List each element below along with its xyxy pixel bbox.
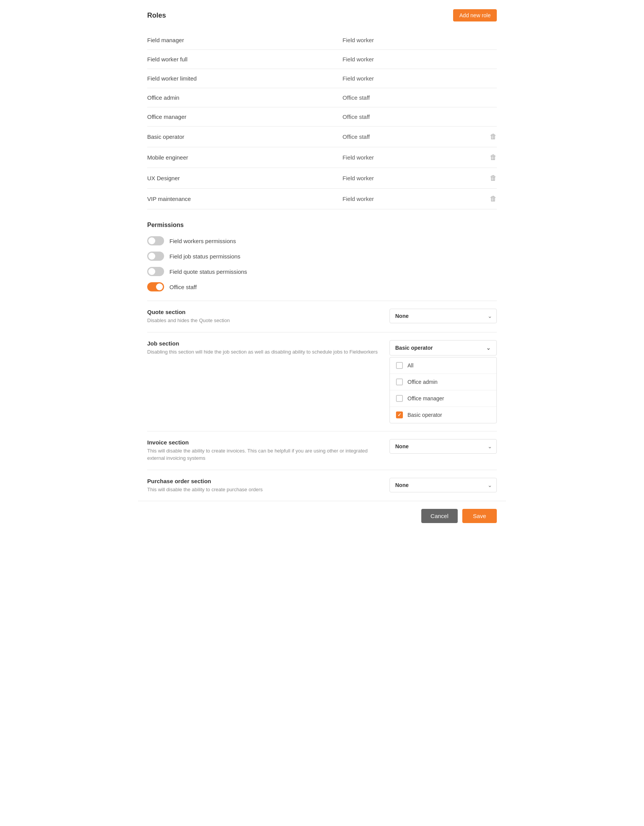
permission-row: Office staff: [147, 282, 497, 291]
dropdown-item[interactable]: Office admin: [390, 374, 496, 390]
role-delete-cell: [462, 107, 497, 127]
table-row: Field manager Field worker: [147, 31, 497, 50]
dropdown-checkbox[interactable]: [396, 411, 403, 418]
permission-label: Field job status permissions: [169, 253, 240, 260]
chevron-down-icon: ⌄: [486, 344, 491, 351]
permission-label: Office staff: [169, 284, 197, 290]
section-title: Purchase order section: [147, 478, 380, 484]
toggle-slider: [147, 282, 164, 291]
toggle-slider: [147, 267, 164, 276]
footer: Cancel Save: [138, 501, 506, 531]
role-name: Office admin: [147, 88, 340, 107]
dropdown-item-label: All: [407, 362, 414, 369]
dropdown-select[interactable]: None: [389, 309, 497, 323]
section-row: Quote section Disables and hides the Quo…: [147, 301, 497, 332]
dropdown-checkbox[interactable]: [396, 378, 403, 385]
table-row: Basic operator Office staff 🗑: [147, 127, 497, 147]
role-delete-cell: [462, 69, 497, 88]
dropdown-checkbox[interactable]: [396, 362, 403, 369]
dropdown-item-label: Basic operator: [407, 412, 442, 418]
dropdown-select[interactable]: None: [389, 478, 497, 492]
permissions-section: Permissions Field workers permissions Fi…: [147, 222, 497, 291]
role-delete-cell[interactable]: 🗑: [462, 168, 497, 189]
table-row: Field worker limited Field worker: [147, 69, 497, 88]
section-dropdown: None ⌄: [389, 309, 497, 323]
section-info: Job section Disabling this section will …: [147, 340, 380, 356]
section-row: Purchase order section This will disable…: [147, 470, 497, 501]
dropdown-item-label: Office manager: [407, 395, 444, 401]
section-dropdown: None ⌄: [389, 439, 497, 454]
role-name: Basic operator: [147, 127, 340, 147]
role-type: Field worker: [340, 168, 462, 189]
role-name: VIP maintenance: [147, 189, 340, 209]
delete-icon[interactable]: 🗑: [490, 174, 497, 182]
section-info: Purchase order section This will disable…: [147, 478, 380, 494]
role-name: Field worker full: [147, 50, 340, 69]
section-info: Quote section Disables and hides the Quo…: [147, 309, 380, 324]
dropdown-checkbox[interactable]: [396, 395, 403, 402]
role-delete-cell: [462, 50, 497, 69]
dropdown-item-label: Office admin: [407, 379, 437, 385]
role-type: Field worker: [340, 31, 462, 50]
section-desc: Disables and hides the Quote section: [147, 317, 380, 324]
dropdown-selected-value: Basic operator: [395, 345, 433, 351]
permission-toggle[interactable]: [147, 267, 164, 276]
permission-toggle[interactable]: [147, 282, 164, 291]
role-type: Field worker: [340, 147, 462, 168]
role-type: Field worker: [340, 189, 462, 209]
role-name: Field manager: [147, 31, 340, 50]
permission-row: Field quote status permissions: [147, 267, 497, 276]
table-row: VIP maintenance Field worker 🗑: [147, 189, 497, 209]
toggle-slider: [147, 252, 164, 261]
table-row: Mobile engineer Field worker 🗑: [147, 147, 497, 168]
role-name: Field worker limited: [147, 69, 340, 88]
role-delete-cell[interactable]: 🗑: [462, 147, 497, 168]
table-row: UX Designer Field worker 🗑: [147, 168, 497, 189]
section-desc: This will disable the ability to create …: [147, 486, 380, 494]
delete-icon[interactable]: 🗑: [490, 133, 497, 140]
role-type: Office staff: [340, 107, 462, 127]
table-row: Office manager Office staff: [147, 107, 497, 127]
role-delete-cell[interactable]: 🗑: [462, 127, 497, 147]
permission-toggle[interactable]: [147, 236, 164, 245]
section-rows: Quote section Disables and hides the Quo…: [147, 301, 497, 501]
section-dropdown: None ⌄: [389, 478, 497, 492]
dropdown-select[interactable]: None: [389, 439, 497, 454]
section-row: Invoice section This will disable the ab…: [147, 431, 497, 470]
dropdown-header[interactable]: Basic operator ⌄: [389, 340, 497, 355]
permission-row: Field workers permissions: [147, 236, 497, 245]
page-header: Roles Add new role: [147, 9, 497, 21]
section-title: Job section: [147, 340, 380, 347]
permission-row: Field job status permissions: [147, 252, 497, 261]
delete-icon[interactable]: 🗑: [490, 195, 497, 202]
toggle-slider: [147, 236, 164, 245]
dropdown-item[interactable]: All: [390, 357, 496, 374]
table-row: Office admin Office staff: [147, 88, 497, 107]
role-type: Office staff: [340, 127, 462, 147]
section-title: Invoice section: [147, 439, 380, 446]
section-dropdown-open: Basic operator ⌄ All Office admin: [389, 340, 497, 423]
add-new-role-button[interactable]: Add new role: [453, 9, 497, 21]
save-button[interactable]: Save: [462, 509, 497, 523]
cancel-button[interactable]: Cancel: [421, 509, 458, 523]
dropdown-item[interactable]: Basic operator: [390, 407, 496, 423]
page-title: Roles: [147, 12, 166, 20]
role-type: Field worker: [340, 50, 462, 69]
role-delete-cell[interactable]: 🗑: [462, 189, 497, 209]
section-title: Quote section: [147, 309, 380, 315]
permission-label: Field quote status permissions: [169, 268, 247, 275]
section-desc: Disabling this section will hide the job…: [147, 348, 380, 356]
section-info: Invoice section This will disable the ab…: [147, 439, 380, 462]
role-type: Office staff: [340, 88, 462, 107]
permission-toggle[interactable]: [147, 252, 164, 261]
delete-icon[interactable]: 🗑: [490, 153, 497, 161]
table-row: Field worker full Field worker: [147, 50, 497, 69]
dropdown-list: All Office admin Office manager: [389, 357, 497, 423]
role-type: Field worker: [340, 69, 462, 88]
permissions-title: Permissions: [147, 222, 497, 229]
roles-table: Field manager Field worker Field worker …: [147, 31, 497, 209]
section-desc: This will disable the ability to create …: [147, 447, 380, 462]
dropdown-item[interactable]: Office manager: [390, 390, 496, 407]
role-name: Office manager: [147, 107, 340, 127]
role-name: Mobile engineer: [147, 147, 340, 168]
